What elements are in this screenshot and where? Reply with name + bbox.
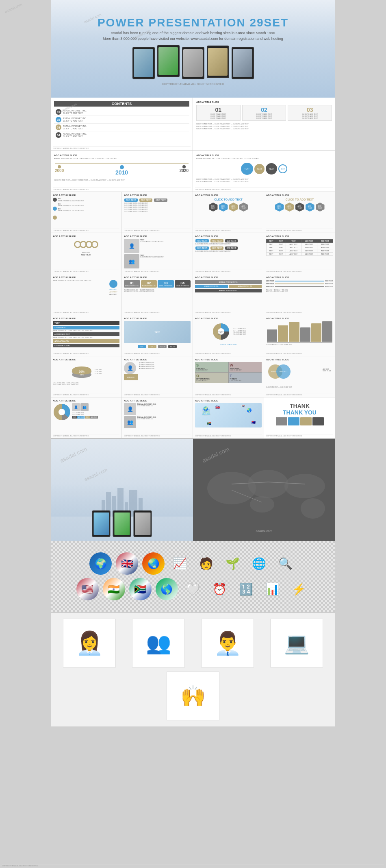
road-btn-4[interactable]: TEXT bbox=[168, 345, 177, 348]
timeline-desc: CLICK TO ADD TEXT — CLICK TO ADD TEXT — … bbox=[54, 179, 189, 181]
arrow-line-3: ADD TEXT ADD TEXT bbox=[266, 286, 333, 288]
four-col-row6: ADD A TITLE SLIDE 👤 👥 CLICK TO ADD TEXTC… bbox=[51, 397, 335, 438]
mini-slide-23: ADD A TITLE SLIDE 🗺️ 🌍 🇬🇧 🌏 🇿🇦 🇦🇺 🇰🇷 COP… bbox=[193, 397, 264, 438]
mini-title-5: ADD A TITLE SLIDE bbox=[53, 235, 119, 238]
pie3d-desc: CLICK TO ADD TEXT — CLICK TO ADD TEXTCLI… bbox=[53, 382, 119, 386]
slide-2-text-4: CLICK TO ADD TEXT CLICK TO ADD TEXT bbox=[124, 209, 191, 211]
bar-6 bbox=[322, 321, 332, 342]
dark-box2-13: ADD ADD ADD TEXT bbox=[53, 344, 119, 347]
title-accent: 29SET bbox=[249, 16, 288, 29]
mini-title-13: ADD A TITLE SLIDE bbox=[53, 317, 119, 320]
pt-22b: CLICK TO ADD TEXT CLICK bbox=[137, 405, 191, 407]
tablet-3 bbox=[182, 47, 204, 79]
mini-title-4: ADD A TITLE SLIDE bbox=[266, 194, 333, 196]
desc-21: CLICK TO ADD TEXTCLICK TO ADD TEXT bbox=[72, 412, 119, 415]
venn-desc: CLICK TO ADD TEXT — CLICK TO ADD TEXT bbox=[266, 386, 333, 388]
icon-col: ADD TEXT ADD TEXT ADD TEXT bbox=[107, 280, 119, 295]
mini-slide-22: ADD A TITLE SLIDE 👤 ASADAL INTERNET, INC… bbox=[122, 397, 193, 438]
sf-10: COPYRIGHT ASADAL. ALL RIGHTS RESERVED bbox=[124, 311, 191, 314]
num-box-01: 01 CLICK TO ADD TEXTCLICK TO ADD TEXTCLI… bbox=[196, 105, 241, 121]
bar-4 bbox=[300, 327, 310, 342]
main-container: asadal.com asadal.com POWER PRESENTATION… bbox=[51, 0, 335, 726]
td-17: TEXT bbox=[276, 253, 286, 256]
sf-17: COPYRIGHT ASADAL. ALL RIGHTS RESERVED bbox=[53, 393, 119, 396]
btn-add-text-2[interactable]: ADD TEXT bbox=[139, 198, 153, 202]
add-text-9b: ADD TEXT bbox=[107, 293, 119, 295]
ty-img-1 bbox=[276, 417, 287, 425]
mini-slide-19: ADD A TITLE SLIDE S STRENGTH CLICK TO AD… bbox=[193, 356, 264, 397]
sf-4: COPYRIGHT ASADAL. ALL RIGHTS RESERVED bbox=[266, 229, 333, 231]
world-svg bbox=[197, 451, 331, 533]
hex-4-4: ADDTEXT bbox=[306, 203, 314, 212]
flow-header: ASADAL INTERNET, INC. bbox=[195, 280, 262, 284]
slide-2-content: ADD TEXT ADD TEXT ADD TEXT CLICK TO ADD … bbox=[124, 198, 191, 212]
mini-title-1: ADD A TITLE SLIDE bbox=[53, 194, 119, 196]
person-silhouette-4: 💻 bbox=[284, 633, 309, 653]
blue-box-13: ADD ADD ADD bbox=[53, 326, 119, 329]
td-19: ADD TEXT bbox=[301, 253, 317, 256]
td-13: ADD TEXT bbox=[286, 249, 301, 253]
al-bar-3 bbox=[275, 286, 324, 287]
contents-text-2: ASADAL INTERNET, INC.CLICK TO ADD TEXT bbox=[63, 117, 87, 122]
large-left: asadal.com asadal.com bbox=[51, 439, 193, 541]
td-11: TEXT bbox=[267, 249, 276, 253]
td-6: TEXT bbox=[267, 246, 276, 249]
large-preview: asadal.com asadal.com bbox=[51, 438, 335, 541]
person-circle: 👤 bbox=[124, 362, 136, 374]
hex-1: ADDTEXT bbox=[209, 203, 218, 212]
arrow-btn-2[interactable]: ADD TEXT bbox=[210, 239, 224, 242]
sf-ty: COPYRIGHT ASADAL. ALL RIGHTS RESERVED bbox=[266, 434, 333, 437]
arrow-btn-3[interactable]: 100 TEXT bbox=[225, 239, 237, 242]
th-4: ADD TEXT bbox=[301, 240, 317, 243]
slide-12-desc: ADD TEXT — ADD TEXT — ADD TEXTADD TEXT —… bbox=[266, 289, 333, 292]
mini-title-3: ADD A TITLE SLIDE bbox=[195, 194, 262, 196]
icon-us-flag: 🇺🇸 bbox=[76, 578, 99, 600]
add-text-9: ADD TEXT bbox=[107, 291, 119, 293]
icon-clock: ⏰ bbox=[208, 578, 231, 600]
pin-5: 🇦🇺 bbox=[252, 421, 256, 424]
road-btn-2[interactable]: TEXT bbox=[148, 345, 156, 348]
pin-2: 🇬🇧 bbox=[215, 405, 220, 410]
thank-text: THANK bbox=[268, 403, 332, 409]
person-text-22: ASADAL INTERNET, INC. CLICK TO ADD TEXT … bbox=[137, 403, 191, 415]
wm-4: asadal.com bbox=[4, 2, 23, 14]
btn-add-text-1[interactable]: ADD TEXT bbox=[124, 198, 138, 202]
arrow-btn-6[interactable]: 200 TEXT bbox=[225, 246, 237, 250]
n10-1t: ASADAL INTERNET INC bbox=[125, 285, 139, 287]
th-5: ADD TEXT bbox=[317, 240, 333, 243]
road-btn-1[interactable]: TEXT bbox=[138, 345, 146, 348]
person-row-22: 👤 ASADAL INTERNET, INC. CLICK TO ADD TEX… bbox=[124, 403, 191, 415]
road-btn-3[interactable]: TEXT bbox=[158, 345, 167, 348]
wm-large-1: asadal.com bbox=[59, 446, 88, 464]
pie-21 bbox=[53, 403, 71, 421]
person-silhouette-1: 👩‍💼 bbox=[76, 632, 104, 654]
line2 bbox=[55, 212, 55, 215]
mini-title-16: ADD A TITLE SLIDE bbox=[266, 317, 333, 320]
sf-12: COPYRIGHT ASADAL. ALL RIGHTS RESERVED bbox=[266, 311, 333, 314]
mini-title-14: ADD A TITLE SLIDE bbox=[124, 317, 191, 320]
btn-add-text-3[interactable]: ADD TEXT bbox=[154, 198, 167, 202]
bar-2 bbox=[278, 325, 288, 342]
bar-baseline bbox=[267, 342, 332, 343]
desc-9: ASADAL INTERNET, INC. CLICK TO ADD TEXT … bbox=[53, 280, 106, 281]
tan-box-13: ADD ADD ADD bbox=[53, 339, 119, 343]
bar-1 bbox=[267, 329, 277, 342]
arrow-btn-5[interactable]: ADD TEXT bbox=[210, 246, 224, 250]
mini-slide-5: ADD A TITLE SLIDE ADD TEXTADD TEXT COPYR… bbox=[51, 233, 122, 274]
arrow-btn-4[interactable]: ADD TEXT bbox=[195, 246, 209, 250]
th-1: TEXT bbox=[267, 240, 276, 243]
slide-22-content: 👤 ASADAL INTERNET, INC. CLICK TO ADD TEX… bbox=[124, 403, 191, 428]
lg-screen-3 bbox=[135, 513, 150, 535]
arrow-btn-1[interactable]: ADD TEXT bbox=[195, 239, 209, 242]
bar-desc: CLICK TO ADD TEXT — CLICK TO ADD TEXT bbox=[266, 344, 333, 345]
text-col: 100 ASADAL INTERNET, INC. CLICK TO ADD T… bbox=[58, 198, 119, 220]
road-image: TEXT bbox=[124, 321, 191, 343]
mini-slide-20: ADD A TITLE SLIDE ADD TEXT ADD TEXT ADD … bbox=[264, 356, 335, 397]
contents-header: CONTENTS bbox=[54, 101, 189, 107]
num-01-text: CLICK TO ADD TEXTCLICK TO ADD TEXTCLICK … bbox=[198, 113, 239, 119]
person-silhouette-2: 👥 bbox=[146, 633, 171, 653]
p21-1: 👤 bbox=[72, 403, 80, 411]
num-box-03: 03 CLICK TO ADD TEXTCLICK TO ADD TEXTCLI… bbox=[288, 105, 332, 121]
mini-slide-17: ADD A TITLE SLIDE 20% 33% ■ 20% TEXT ■ 3… bbox=[51, 356, 122, 397]
desc-13: ASADAL INTERNET, INC — CLICK TO ADD TEXT… bbox=[53, 330, 119, 331]
